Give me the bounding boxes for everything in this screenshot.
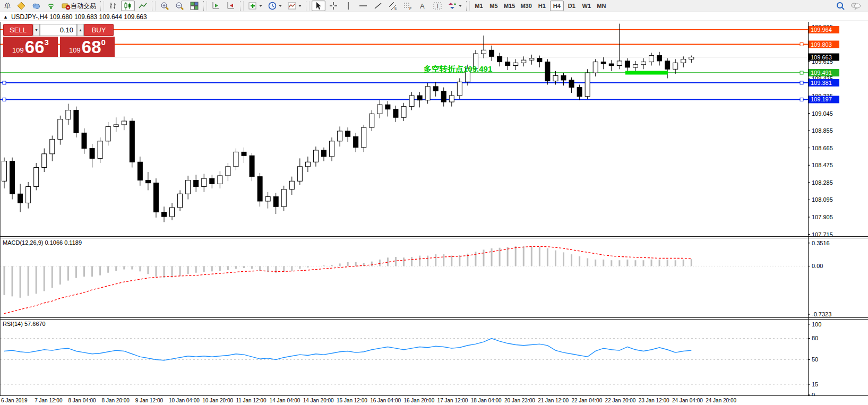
time-axis-label: 10 Jan 20:00	[202, 398, 233, 403]
tile-windows-button[interactable]	[187, 1, 201, 11]
new-order-button[interactable]: 单	[2, 1, 13, 11]
macd-panel[interactable]: 0.35160.00-0.7323	[0, 238, 868, 317]
chat-button[interactable]	[848, 1, 863, 11]
indicators-button[interactable]	[246, 1, 264, 11]
trendline-button[interactable]	[371, 1, 385, 11]
collapse-icon[interactable]: ▲	[3, 14, 8, 20]
metaeditor-button[interactable]	[14, 1, 28, 11]
buy-price-sup: 0	[101, 38, 106, 46]
cursor-button[interactable]	[312, 1, 325, 11]
candlestick-chart-button[interactable]	[121, 1, 135, 11]
timeframe-group: M1M5M15M30H1H4D1W1MN	[471, 1, 609, 11]
rsi-header: RSI(14) 57.6670	[3, 321, 46, 327]
arrows-tool-button[interactable]	[445, 1, 464, 11]
search-button[interactable]	[833, 1, 847, 11]
macd-header: MACD(12,26,9) 0.1066 0.1189	[3, 239, 82, 246]
volume-input[interactable]	[40, 24, 77, 36]
sell-button[interactable]: SELL	[3, 24, 33, 36]
vertical-line-button[interactable]	[341, 1, 355, 11]
equidistant-channel-button[interactable]: E	[386, 1, 400, 11]
add-indicator-icon	[248, 1, 257, 11]
volume-decrease-button[interactable]: ▾	[33, 24, 40, 36]
main-price-chart[interactable]: 109.995109.805109.615109.425109.235109.0…	[0, 22, 868, 236]
timeframe-m30[interactable]: M30	[518, 1, 534, 11]
dropdown-arrow-icon[interactable]	[259, 5, 262, 7]
text-label-button[interactable]: T	[431, 1, 444, 11]
svg-text:109.381: 109.381	[811, 80, 832, 86]
periods-button[interactable]	[265, 1, 284, 11]
svg-text:109.663: 109.663	[811, 54, 832, 61]
rsi-panel[interactable]: 1008050150	[0, 319, 868, 395]
auto-scroll-button[interactable]	[209, 1, 223, 11]
time-axis-label: 22 Jan 04:00	[571, 398, 602, 403]
text-letter: A	[420, 2, 425, 10]
buy-button[interactable]: BUY	[84, 24, 114, 36]
arrows-icon	[448, 1, 457, 11]
bar-chart-button[interactable]	[106, 1, 120, 11]
auto-trading-button[interactable]: 自动交易	[59, 1, 98, 11]
svg-text:108.855: 108.855	[812, 127, 833, 134]
cloud-icon	[31, 1, 41, 11]
panel-divider[interactable]	[0, 236, 868, 237]
svg-text:50: 50	[812, 356, 818, 363]
time-axis-label: 21 Jan 12:00	[538, 398, 569, 403]
svg-text:0.3516: 0.3516	[812, 240, 830, 246]
auto-trading-label: 自动交易	[71, 2, 96, 11]
timeframe-h1[interactable]: H1	[535, 1, 549, 11]
line-chart-button[interactable]	[136, 1, 150, 11]
time-axis-label: 9 Jan 12:00	[135, 398, 163, 403]
timeframe-w1[interactable]: W1	[580, 1, 594, 11]
line-chart-icon	[138, 1, 148, 11]
toolbar-separator	[152, 1, 156, 11]
crosshair-icon	[329, 1, 338, 11]
timeframe-d1[interactable]: D1	[565, 1, 579, 11]
signals-button[interactable]	[44, 1, 58, 11]
time-axis[interactable]: 6 Jan 20197 Jan 12:008 Jan 04:008 Jan 20…	[0, 396, 868, 405]
time-axis-label: 14 Jan 20:00	[303, 398, 334, 403]
timeframe-m1[interactable]: M1	[472, 1, 486, 11]
toolbar-separator	[240, 1, 244, 11]
crosshair-button[interactable]	[326, 1, 340, 11]
time-axis-label: 17 Jan 12:00	[437, 398, 468, 403]
chart-shift-icon	[226, 1, 236, 11]
timeframe-mn[interactable]: MN	[595, 1, 608, 11]
timeframe-h4[interactable]: H4	[550, 1, 564, 11]
chart-shift-button[interactable]	[224, 1, 238, 11]
label-letter: T	[436, 3, 440, 9]
dropdown-arrow-icon[interactable]	[279, 5, 282, 7]
fibo-letter: F	[409, 7, 411, 11]
sell-price-small: 109	[12, 45, 24, 56]
svg-text:109.491: 109.491	[811, 70, 832, 76]
timeframe-m15[interactable]: M15	[502, 1, 517, 11]
zoom-in-button[interactable]	[158, 1, 171, 11]
cloud-button[interactable]	[29, 1, 43, 11]
svg-text:80: 80	[812, 335, 818, 341]
toolbar-separator	[466, 1, 470, 11]
panel-divider	[0, 238, 868, 238]
svg-text:109.803: 109.803	[811, 41, 832, 48]
text-tool-button[interactable]: A	[416, 1, 429, 11]
text-icon: A	[418, 1, 427, 11]
dropdown-arrow-icon[interactable]	[298, 5, 302, 7]
sell-price-sup: 3	[45, 38, 49, 46]
dropdown-arrow-icon[interactable]	[459, 5, 462, 7]
sell-price-box[interactable]: 109663	[3, 37, 58, 57]
chart-title: USDJPY-,H4 109.680 109.683 109.644 109.6…	[11, 13, 147, 21]
timeframe-m5[interactable]: M5	[487, 1, 501, 11]
price-axis-line	[808, 22, 809, 395]
templates-button[interactable]	[285, 1, 304, 11]
time-axis-label: 8 Jan 04:00	[68, 398, 96, 403]
time-axis-label: 22 Jan 20:00	[605, 398, 636, 403]
cursor-icon	[314, 1, 323, 11]
volume-increase-button[interactable]: ▴	[77, 24, 84, 36]
horizontal-line-button[interactable]	[356, 1, 370, 11]
fibonacci-button[interactable]: F	[401, 1, 415, 11]
panel-divider[interactable]	[0, 317, 868, 318]
horizontal-line-icon	[358, 1, 368, 11]
metaeditor-icon	[16, 1, 26, 11]
time-axis-label: 6 Jan 2019	[1, 398, 28, 403]
buy-price-box[interactable]: 109680	[60, 37, 115, 57]
time-axis-label: 11 Jan 12:00	[236, 398, 266, 403]
clock-icon	[268, 1, 277, 11]
zoom-out-button[interactable]	[173, 1, 186, 11]
